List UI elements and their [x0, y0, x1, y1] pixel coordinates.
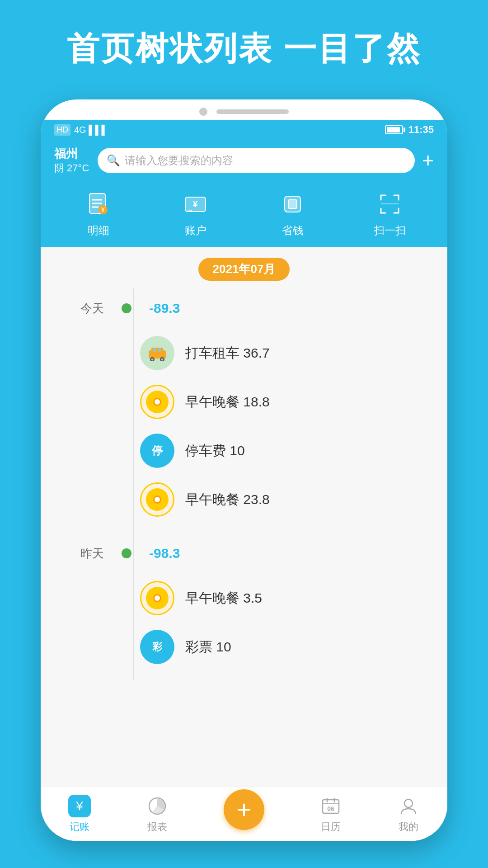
phone-notch — [41, 99, 447, 120]
svg-rect-10 — [288, 200, 297, 208]
fab-button[interactable]: + — [224, 789, 264, 830]
taxi-icon — [140, 336, 174, 370]
status-left-icons: HD 4G ▌▌▌ — [54, 124, 108, 136]
nav-jizhang[interactable]: ¥ 记账 — [68, 795, 91, 834]
search-icon: 🔍 — [107, 154, 120, 167]
parking-label: 停车费 10 — [185, 442, 245, 460]
svg-rect-8 — [188, 210, 192, 212]
baobiao-label: 报表 — [147, 820, 167, 834]
food1-label: 早午晚餐 18.8 — [185, 393, 270, 411]
food1-row[interactable]: 早午晚餐 18.8 — [54, 377, 434, 426]
nav-item-scan[interactable]: 扫一扫 — [372, 188, 408, 238]
food-inner-2 — [146, 488, 169, 511]
nav-wode[interactable]: 我的 — [397, 795, 420, 834]
hd-icon: HD — [54, 124, 70, 136]
wode-icon — [397, 795, 420, 817]
nav-rili[interactable]: 06 日历 — [319, 795, 342, 834]
svg-text:¥: ¥ — [101, 206, 105, 213]
page-title: 首页树状列表 一目了然 — [0, 0, 488, 71]
yesterday-amount: -98.3 — [149, 546, 180, 561]
rili-icon: 06 — [319, 795, 342, 817]
svg-rect-13 — [151, 348, 163, 353]
yesterday-label: 昨天 — [54, 546, 113, 561]
svg-point-26 — [404, 799, 413, 807]
scan-label: 扫一扫 — [374, 223, 406, 238]
rili-label: 日历 — [321, 820, 341, 834]
food-eye-3 — [153, 594, 161, 602]
phone-frame: HD 4G ▌▌▌ 11:35 福州 阴 27°C 🔍 请输入您要搜索的内容 + — [41, 99, 447, 841]
search-placeholder: 请输入您要搜索的内容 — [125, 153, 233, 168]
status-bar: HD 4G ▌▌▌ 11:35 — [41, 120, 447, 139]
nav-fab[interactable]: + — [224, 789, 264, 839]
lottery-row[interactable]: 彩 彩票 10 — [54, 623, 434, 671]
lottery-label: 彩票 10 — [185, 638, 231, 656]
food-eye-1 — [153, 398, 161, 406]
month-badge: 2021年07月 — [198, 258, 290, 281]
taxi-label: 打车租车 36.7 — [185, 344, 270, 363]
quick-nav: ¥ 明细 ¥ 账户 省钱 — [41, 184, 447, 247]
mingxi-icon: ¥ — [80, 188, 117, 220]
food-inner-3 — [146, 587, 169, 609]
month-badge-wrapper: 2021年07月 — [41, 247, 447, 288]
timeline: 今天 -89.3 — [41, 288, 447, 680]
nav-item-zhanghu[interactable]: ¥ 账户 — [178, 188, 214, 238]
phone-camera — [199, 108, 207, 116]
battery-fill — [387, 127, 400, 132]
food2-icon — [140, 482, 174, 517]
app-header: 福州 阴 27°C 🔍 请输入您要搜索的内容 + — [41, 139, 447, 184]
yesterday-header: 昨天 -98.3 — [54, 533, 434, 574]
zhanghu-icon: ¥ — [178, 188, 214, 220]
clock: 11:35 — [408, 124, 434, 136]
svg-text:06: 06 — [327, 805, 334, 812]
status-right-icons: 11:35 — [385, 124, 434, 136]
wode-label: 我的 — [399, 820, 418, 834]
food2-label: 早午晚餐 23.8 — [185, 491, 270, 509]
search-box[interactable]: 🔍 请输入您要搜索的内容 — [98, 148, 415, 173]
yesterday-dot — [113, 548, 140, 558]
shengqian-icon — [275, 188, 311, 220]
battery-icon — [385, 125, 403, 134]
svg-text:¥: ¥ — [192, 199, 198, 209]
food-inner-1 — [146, 391, 169, 413]
svg-point-15 — [151, 359, 154, 361]
signal-icons: 4G ▌▌▌ — [74, 125, 108, 135]
today-green-dot — [122, 303, 131, 313]
zhanghu-label: 账户 — [185, 223, 206, 238]
nav-item-mingxi[interactable]: ¥ 明细 — [80, 188, 117, 238]
yesterday-green-dot — [122, 548, 131, 558]
svg-rect-18 — [153, 349, 156, 352]
today-header: 今天 -89.3 — [54, 288, 434, 329]
svg-point-17 — [161, 359, 164, 361]
parking-icon: 停 — [140, 434, 174, 468]
jizhang-label: 记账 — [70, 820, 89, 834]
nav-item-shengqian[interactable]: 省钱 — [275, 188, 311, 238]
lottery-icon: 彩 — [140, 630, 174, 664]
scan-icon — [372, 188, 408, 220]
weather-info: 阴 27°C — [54, 162, 90, 175]
food2-row[interactable]: 早午晚餐 23.8 — [54, 475, 434, 524]
food-eye-2 — [153, 495, 161, 504]
parking-row[interactable]: 停 停车费 10 — [54, 426, 434, 475]
location-info: 福州 阴 27°C — [54, 146, 90, 175]
nav-baobiao[interactable]: 报表 — [146, 795, 169, 834]
today-amount: -89.3 — [149, 301, 180, 316]
bottom-nav: ¥ 记账 报表 + — [41, 787, 447, 841]
today-label: 今天 — [54, 301, 113, 316]
food1-icon — [140, 385, 174, 419]
mingxi-label: 明细 — [88, 223, 109, 238]
food3-label: 早午晚餐 3.5 — [185, 589, 262, 608]
search-row: 福州 阴 27°C 🔍 请输入您要搜索的内容 + — [54, 146, 434, 175]
jizhang-icon: ¥ — [68, 795, 91, 817]
content-area: 2021年07月 今天 -89.3 — [41, 247, 447, 835]
phone-speaker — [216, 109, 289, 114]
food3-icon — [140, 581, 174, 615]
svg-rect-19 — [158, 349, 161, 352]
add-button[interactable]: + — [422, 151, 434, 170]
baobiao-icon — [146, 795, 169, 817]
taxi-row[interactable]: 打车租车 36.7 — [54, 329, 434, 377]
today-dot — [113, 303, 140, 313]
location-city: 福州 — [54, 146, 90, 162]
shengqian-label: 省钱 — [282, 223, 304, 238]
food3-row[interactable]: 早午晚餐 3.5 — [54, 574, 434, 623]
